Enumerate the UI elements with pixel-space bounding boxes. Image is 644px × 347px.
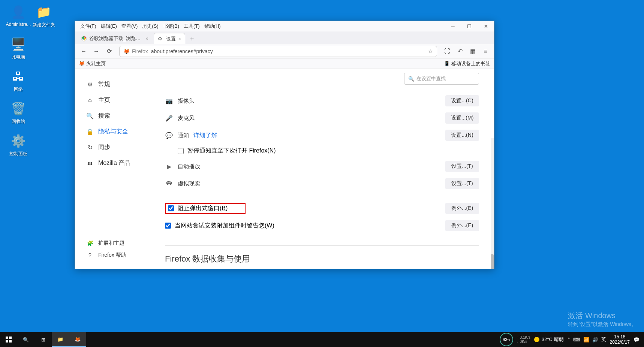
screenshot-icon[interactable]: ⛶	[442, 46, 453, 57]
search-button[interactable]: 🔍	[17, 332, 34, 347]
sidebar-item-general[interactable]: ⚙常规	[86, 76, 150, 92]
data-section-title: Firefox 数据收集与使用	[165, 253, 479, 265]
setting-popup: 阻止弹出式窗口(B) 例外...(E)	[165, 200, 479, 217]
undo-icon[interactable]: ↶	[454, 46, 466, 57]
help-icon: ?	[86, 252, 94, 258]
windows-activation-watermark: 激活 Windows 转到"设置"以激活 Windows。	[568, 310, 637, 328]
network-icon: 🖧	[10, 68, 27, 85]
chat-icon: 💬	[165, 132, 173, 139]
menu-edit[interactable]: 编辑(E)	[99, 22, 119, 30]
menu-file[interactable]: 文件(F)	[78, 22, 99, 30]
desktop-icon-recycle[interactable]: 🗑️回收站	[5, 100, 31, 125]
menu-tools[interactable]: 工具(T)	[181, 22, 202, 30]
popup-block-checkbox[interactable]	[168, 205, 174, 211]
popup-highlight: 阻止弹出式窗口(B)	[165, 203, 246, 214]
scrollbar-thumb[interactable]	[491, 254, 494, 269]
url-bar[interactable]: 🦊 Firefox about:preferences#privacy ☆	[119, 46, 437, 57]
notification-icon[interactable]: 💬	[634, 337, 640, 343]
sidebar-item-search[interactable]: 🔍搜索	[86, 108, 150, 124]
play-icon: ▶	[165, 163, 173, 170]
monitor-icon: 🖥️	[10, 36, 27, 52]
puzzle-icon: 🧩	[86, 240, 94, 246]
bookmark-home[interactable]: 🦊 火狐主页	[79, 60, 106, 67]
taskbar-firefox[interactable]: 🦊	[69, 332, 86, 347]
volume-icon[interactable]: 🔊	[592, 337, 598, 343]
close-tab-icon[interactable]: ×	[178, 36, 181, 42]
folder-icon: 📁	[36, 4, 52, 20]
popup-exceptions-button[interactable]: 例外...(E)	[445, 203, 479, 214]
home-icon: ⌂	[86, 97, 94, 103]
forward-button[interactable]: →	[91, 46, 102, 57]
vr-icon: 🕶	[165, 180, 173, 187]
reload-button[interactable]: ⟳	[103, 46, 115, 57]
clock[interactable]: 15:18 2022/8/17	[610, 334, 630, 345]
start-button[interactable]	[0, 332, 17, 347]
notif-learn-more-link[interactable]: 详细了解	[193, 132, 217, 139]
scrollbar[interactable]	[491, 138, 494, 269]
sidebar-item-sync[interactable]: ↻同步	[86, 139, 150, 155]
ime-indicator[interactable]: 英	[601, 336, 606, 343]
notif-settings-button[interactable]: 设置...(N)	[445, 130, 479, 141]
tab-settings[interactable]: ⚙ 设置 ×	[154, 33, 185, 44]
new-tab-button[interactable]: +	[187, 34, 197, 44]
apps-icon[interactable]: ▦	[467, 46, 478, 57]
taskview-button[interactable]: ⊞	[34, 332, 52, 347]
system-tray: ˄ ⌨ 📶 🔊 英	[568, 336, 606, 343]
battery-indicator[interactable]: 93%	[500, 333, 513, 346]
minimize-button[interactable]: ─	[445, 21, 461, 31]
back-button[interactable]: ←	[78, 46, 89, 57]
tab-bar: 谷歌浏览器下载_浏览器官网入口 × ⚙ 设置 × +	[75, 31, 494, 44]
pause-notif-checkbox[interactable]	[178, 148, 184, 154]
settings-sidebar: ⚙常规 ⌂主页 🔍搜索 🔒隐私与安全 ↻同步 mMozilla 产品 🧩扩展和主…	[75, 69, 161, 269]
menu-icon[interactable]: ≡	[480, 46, 491, 57]
addon-exceptions-button[interactable]: 例外...(E)	[445, 220, 479, 231]
chevron-up-icon[interactable]: ˄	[568, 337, 570, 343]
wifi-icon[interactable]: 📶	[583, 337, 589, 343]
svg-rect-4	[6, 340, 8, 343]
camera-settings-button[interactable]: 设置...(C)	[445, 95, 479, 106]
search-icon: 🔍	[86, 112, 94, 120]
gear-icon: ⚙	[158, 36, 164, 42]
settings-content: ⚙常规 ⌂主页 🔍搜索 🔒隐私与安全 ↻同步 mMozilla 产品 🧩扩展和主…	[75, 69, 494, 269]
bookmarks-bar: 🦊 火狐主页 📱 移动设备上的书签	[75, 58, 494, 69]
sidebar-item-products[interactable]: mMozilla 产品	[86, 155, 150, 171]
sidebar-item-help[interactable]: ?Firefox 帮助	[86, 249, 126, 261]
desktop-icon-newfolder[interactable]: 📁新建文件夹	[31, 4, 57, 28]
search-settings-input[interactable]: 🔍 在设置中查找	[404, 73, 479, 85]
close-window-button[interactable]: ✕	[478, 21, 494, 31]
sidebar-item-extensions[interactable]: 🧩扩展和主题	[86, 237, 126, 249]
desktop-icon-thispc[interactable]: 🖥️此电脑	[5, 36, 31, 60]
keyboard-icon[interactable]: ⌨	[573, 337, 580, 343]
mobile-icon: 📱	[444, 61, 450, 66]
svg-rect-3	[9, 337, 12, 339]
close-tab-icon[interactable]: ×	[145, 36, 148, 42]
firefox-window: 文件(F) 编辑(E) 查看(V) 历史(S) 书签(B) 工具(T) 帮助(H…	[75, 21, 494, 269]
bookmark-mobile[interactable]: 📱 移动设备上的书签	[444, 60, 490, 67]
menu-history[interactable]: 历史(S)	[140, 22, 160, 30]
desktop-icon-admin[interactable]: 👤Administra...	[5, 4, 31, 27]
setting-microphone: 🎤 麦克风 设置...(M)	[165, 109, 479, 127]
sidebar-item-privacy[interactable]: 🔒隐私与安全	[86, 124, 150, 139]
camera-icon: 📷	[165, 97, 173, 105]
network-speed: ↑ 0.1K/s ↓ 0K/s	[517, 335, 530, 344]
desktop-icon-control[interactable]: ⚙️控制面板	[5, 133, 31, 157]
menu-help[interactable]: 帮助(H)	[202, 22, 223, 30]
setting-addon-warn: 当网站尝试安装附加组件时警告您(W) 例外...(E)	[165, 217, 479, 234]
tab-chrome-download[interactable]: 谷歌浏览器下载_浏览器官网入口 ×	[77, 33, 152, 44]
sidebar-item-home[interactable]: ⌂主页	[86, 92, 150, 108]
settings-main: 🔍 在设置中查找 📷 摄像头 设置...(C) 🎤 麦克风 设置...(M) 💬…	[161, 69, 494, 269]
mic-settings-button[interactable]: 设置...(M)	[445, 112, 479, 124]
weather-widget[interactable]: 32°C 晴朗	[534, 336, 564, 343]
maximize-button[interactable]: ☐	[461, 21, 478, 31]
desktop-icon-network[interactable]: 🖧网络	[5, 68, 31, 93]
autoplay-settings-button[interactable]: 设置...(T)	[445, 161, 479, 172]
setting-vr: 🕶 虚拟现实 设置...(T)	[165, 175, 479, 192]
bookmark-star-icon[interactable]: ☆	[428, 48, 433, 54]
vr-settings-button[interactable]: 设置...(T)	[445, 178, 479, 189]
addon-warn-checkbox[interactable]	[165, 223, 171, 229]
menu-view[interactable]: 查看(V)	[119, 22, 140, 30]
taskbar-explorer[interactable]: 📁	[52, 332, 69, 347]
menu-bookmarks[interactable]: 书签(B)	[161, 22, 181, 30]
pause-notif-row: 暂停通知直至下次打开 Firefox(N)	[165, 144, 479, 158]
user-icon: 👤	[10, 4, 27, 20]
